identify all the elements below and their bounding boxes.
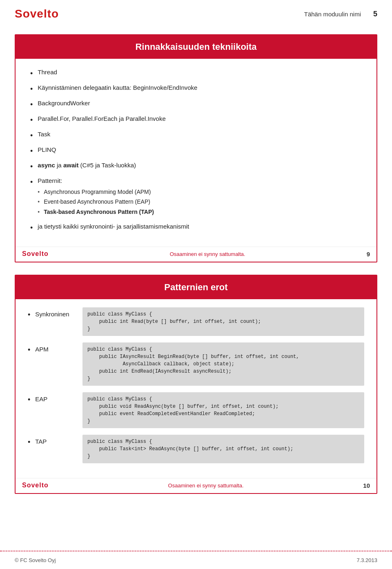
slide-2-footer-page: 10 [363, 482, 370, 489]
code-apm: public class MyClass { public IAsyncResu… [82, 342, 364, 386]
pattern-label-eap: EAP [28, 392, 77, 404]
slide-1-footer-page: 9 [367, 251, 370, 258]
pattern-row-apm: APM public class MyClass { public IAsync… [28, 342, 364, 386]
page-footer: © FC Sovelto Oyj 7.3.2013 [0, 551, 392, 569]
pattern-label-tap: TAP [28, 435, 77, 447]
header-right: Tähän moduulin nimi 5 [304, 10, 377, 18]
sub-bullets-patternit: Asynchronous Programming Model (APM) Eve… [38, 188, 154, 216]
slide-1-footer: Sovelto Osaaminen ei synny sattumalta. 9 [16, 247, 376, 262]
header-page-number: 5 [373, 10, 377, 18]
slide-2-body: Synkroninen public class MyClass { publi… [16, 299, 376, 478]
bullet-async: async ja await (C#5 ja Task-luokka) [30, 161, 362, 172]
slide-1: Rinnakkaisuuden tekniikoita Thread Käynn… [15, 34, 377, 262]
bullet-parallel: Parallel.For, Parallel.ForEach ja Parall… [30, 114, 362, 126]
page-footer-right: 7.3.2013 [356, 557, 377, 563]
code-tap: public class MyClass { public Task<int> … [82, 435, 364, 463]
bullet-plinq: PLINQ [30, 145, 362, 157]
page-header: Sovelto Tähän moduulin nimi 5 [0, 0, 392, 24]
bullet-patternit: Patternit: Asynchronous Programming Mode… [30, 176, 362, 218]
slide-1-body: Thread Käynnistäminen delegaatin kautta:… [16, 59, 376, 247]
page-footer-left: © FC Sovelto Oyj [15, 557, 56, 563]
slide-2-footer-tagline: Osaaminen ei synny sattumalta. [168, 482, 244, 489]
slide-1-footer-logo: Sovelto [22, 250, 49, 258]
slide-1-bullets: Thread Käynnistäminen delegaatin kautta:… [30, 68, 362, 233]
slide-1-title: Rinnakkaisuuden tekniikoita [16, 35, 376, 59]
bullet-kaynn: Käynnistäminen delegaatin kautta: BeginI… [30, 83, 362, 95]
bullet-task: Task [30, 130, 362, 141]
slide-2: Patternien erot Synkroninen public class… [15, 275, 377, 494]
pattern-label-apm: APM [28, 342, 77, 354]
sub-bullet-eap: Event-based Asynchronous Pattern (EAP) [38, 198, 154, 206]
code-eap: public class MyClass { public void ReadA… [82, 392, 364, 428]
slide-1-footer-tagline: Osaaminen ei synny sattumalta. [170, 251, 245, 257]
bullet-tietysti: ja tietysti kaikki synkronointi- ja sarj… [30, 222, 362, 233]
bullet-thread: Thread [30, 68, 362, 79]
header-logo: Sovelto [15, 7, 59, 20]
module-title: Tähän moduulin nimi [304, 11, 361, 18]
slide-2-footer-logo: Sovelto [22, 482, 49, 489]
sub-bullet-tap: Task-based Asynchronous Pattern (TAP) [38, 208, 154, 216]
pattern-label-synkroninen: Synkroninen [28, 307, 77, 319]
pattern-row-eap: EAP public class MyClass { public void R… [28, 392, 364, 428]
bullet-bgworker: BackgroundWorker [30, 99, 362, 110]
pattern-row-tap: TAP public class MyClass { public Task<i… [28, 435, 364, 463]
pattern-row-synkroninen: Synkroninen public class MyClass { publi… [28, 307, 364, 336]
sub-bullet-apm: Asynchronous Programming Model (APM) [38, 188, 154, 196]
code-synkroninen: public class MyClass { public int Read(b… [82, 307, 364, 336]
slide-2-footer: Sovelto Osaaminen ei synny sattumalta. 1… [16, 478, 376, 493]
slide-2-title: Patternien erot [16, 276, 376, 299]
